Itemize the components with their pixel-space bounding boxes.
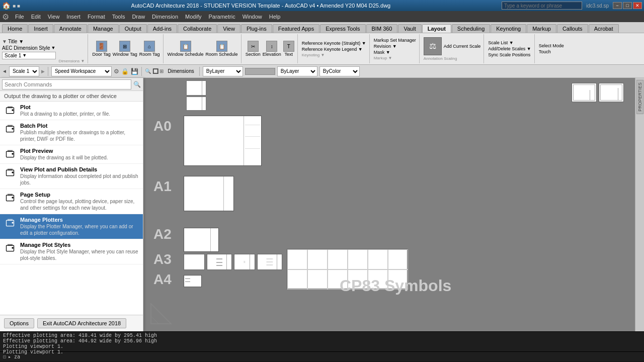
statusbar: Effective plotting area: 418.41 wide by … [0,331,644,351]
sheet-a3-2: ▬▬▬▬▬▬ [207,254,232,270]
ribbon-tab-output[interactable]: Output [119,24,147,33]
menu-dimension[interactable]: Dimension [149,13,181,21]
sheet-a4: ▬▬▬▬ [184,275,202,287]
sheet-a3-4: ═════════ [257,254,282,270]
menu-parametric[interactable]: Parametric [205,13,238,21]
symbols-label: CP83 Symbols [340,277,451,295]
layer-select1[interactable]: ByLayer [203,66,243,76]
menu-desc-2: Display the drawing as it will be plotte… [20,154,108,161]
status-line-2: Effective plotting area: 404.92 wide by … [3,338,641,344]
menu-title-0: Plot [20,104,110,110]
right-sidebar: PROPERTIES [635,78,644,331]
window-title: AutoCAD Architecture 2018 - STUDENT VERS… [20,3,502,9]
menu-desc-5: Display the Plotter Manager, where you c… [20,223,139,236]
ribbon-tab-express-tools[interactable]: Express Tools [320,24,365,33]
sheet-label-a2: A2 [153,226,172,242]
menu-file[interactable]: File [12,13,27,21]
menu-row-plot-preview[interactable]: Plot Preview Display the drawing as it w… [0,145,143,164]
svg-point-8 [12,153,13,154]
ribbon-tab-vault[interactable]: Vault [398,24,421,33]
color-select[interactable]: ByColor [319,66,360,76]
exit-button[interactable]: Exit AutoCAD Architecture 2018 [37,318,126,328]
sheet-label-a4: A4 [153,272,172,288]
menu-desc-6: Display the Plot Style Manager, where yo… [20,248,139,261]
svg-marker-21 [151,304,171,324]
search-input[interactable] [502,2,582,10]
properties-sidebar-btn[interactable]: PROPERTIES [636,80,643,114]
menu-text-2: Plot Preview Display the drawing as it w… [20,148,108,161]
svg-rect-7 [8,150,13,152]
sheet-a3-3: ≡ [234,254,255,270]
titlebar: 🏠 ■ ■ AutoCAD Architecture 2018 - STUDEN… [0,0,644,11]
menu-desc-4: Control the page layout, plotting device… [20,198,139,211]
menubar: ⚙ FileEditViewInsertFormatToolsDrawDimen… [0,11,644,22]
menu-row-manage-plot-styles[interactable]: Manage Plot Styles Display the Plot Styl… [0,239,143,264]
menu-title-5: Manage Plotters [20,217,139,223]
layer-select2[interactable]: ByLayer [277,66,317,76]
menu-icon-5 [4,217,16,229]
menu-insert[interactable]: Insert [63,13,84,21]
menu-row-batch-plot[interactable]: Batch Plot Publish multiple sheets or dr… [0,120,143,145]
svg-point-2 [12,109,13,111]
svg-point-5 [12,128,13,129]
menu-help[interactable]: Help [266,13,284,21]
ribbon-tab-callouts[interactable]: Callouts [557,24,588,33]
ribbon-tab-scheduling[interactable]: Scheduling [452,24,490,33]
menu-icon-4 [4,192,16,204]
ribbon-tab-annotate[interactable]: Annotate [54,24,87,33]
svg-point-14 [12,197,13,198]
status-line-1: Effective plotting area: 418.41 wide by … [3,333,641,338]
menu-text-5: Manage Plotters Display the Plotter Mana… [20,217,139,236]
menu-icon-2 [4,148,16,160]
options-button[interactable]: Options [4,318,34,328]
main-area: 🔍 Output the drawing to a plotter or oth… [0,78,644,331]
menu-desc-1: Publish multiple sheets or drawings to a… [20,129,139,142]
ribbon-tab-markup[interactable]: Markup [527,24,556,33]
status-line-3: Plotting viewport 1. [3,344,641,349]
ribbon-tab-view[interactable]: View [217,24,240,33]
menu-desc-0: Plot a drawing to a plotter, printer, or… [20,111,110,117]
ribbon-tab-home[interactable]: Home [2,24,28,33]
ribbon-tab-plug-ins[interactable]: Plug-ins [241,24,272,33]
canvas-area[interactable]: A0 A1 A2 A3 [143,78,644,331]
svg-point-11 [12,171,13,173]
menu-view[interactable]: View [45,13,63,21]
menu-tools[interactable]: Tools [109,13,128,21]
workspace-select[interactable]: Speed Workspace [51,66,112,76]
sheet-label-a0: A0 [153,118,172,134]
menu-draw[interactable]: Draw [129,13,148,21]
ribbon-tab-featured-apps[interactable]: Featured Apps [273,24,320,33]
minimize-button[interactable]: − [613,2,622,9]
ribbon-tab-layout[interactable]: Layout [422,24,451,33]
svg-rect-1 [8,107,13,108]
command-search-input[interactable] [2,79,131,89]
ribbon-tab-collaborate[interactable]: Collaborate [178,24,217,33]
sheet-a0 [184,116,262,166]
cursor-indicator [148,301,174,326]
menu-title-6: Manage Plot Styles [20,242,139,248]
ribbon-tab-bim-360[interactable]: BIM 360 [366,24,398,33]
menu-icon-1 [4,123,16,135]
menu-row-view-plot-and-publish-details[interactable]: View Plot and Publish Details Display in… [0,164,143,189]
menu-window[interactable]: Window [239,13,265,21]
svg-rect-10 [8,169,13,170]
menu-desc-3: Display information about completed plot… [20,173,139,186]
maximize-button[interactable]: □ [623,2,632,9]
sheet-a1 [184,176,234,211]
menu-row-page-setup[interactable]: Page Setup Control the page layout, plot… [0,189,143,214]
menu-format[interactable]: Format [85,13,108,21]
ribbon-tab-manage[interactable]: Manage [88,24,119,33]
close-button[interactable]: ✕ [633,2,642,9]
ribbon-tab-insert[interactable]: Insert [28,24,53,33]
menu-row-plot[interactable]: Plot Plot a drawing to a plotter, printe… [0,102,143,120]
menu-text-1: Batch Plot Publish multiple sheets or dr… [20,123,139,142]
ribbon-tab-add-ins[interactable]: Add-ins [147,24,177,33]
menu-title-1: Batch Plot [20,123,139,129]
scale-select[interactable]: Scale 1 [9,66,39,76]
ribbon-tabs: HomeInsertAnnotateManageOutputAdd-insCol… [0,22,644,33]
ribbon-tab-acrobat[interactable]: Acrobat [589,24,619,33]
menu-edit[interactable]: Edit [28,13,44,21]
menu-row-manage-plotters[interactable]: Manage Plotters Display the Plotter Mana… [0,214,143,239]
ribbon-tab-keynoting[interactable]: Keynoting [491,24,526,33]
menu-modify[interactable]: Modify [182,13,204,21]
